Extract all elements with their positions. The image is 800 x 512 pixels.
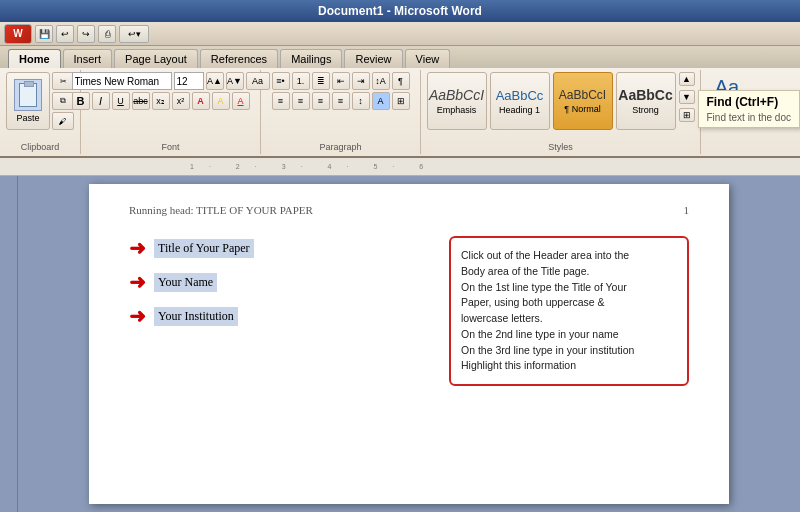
underline-button[interactable]: U [112,92,130,110]
show-hide-button[interactable]: ¶ [392,72,410,90]
instruction-line-2: Body area of the Title page. [461,265,589,277]
styles-group-label: Styles [548,142,573,152]
doc-line-1: ➜ Title of Your Paper [129,236,429,260]
italic-button[interactable]: I [92,92,110,110]
document-page[interactable]: Running head: TITLE OF YOUR PAPER 1 ➜ Ti… [89,184,729,504]
tab-references[interactable]: References [200,49,278,68]
quick-access-toolbar: W 💾 ↩ ↪ ⎙ ↩▾ [0,22,800,46]
heading1-label: Heading 1 [499,105,540,115]
styles-scroll-up-button[interactable]: ▲ [679,72,695,86]
style-emphasis-button[interactable]: AaBbCcI Emphasis [427,72,487,130]
align-center-button[interactable]: ≡ [292,92,310,110]
tab-insert[interactable]: Insert [63,49,113,68]
align-right-button[interactable]: ≡ [312,92,330,110]
font-content: A▲ A▼ Aa B I U abc x₂ x² A A A [72,72,270,152]
main-area: Running head: TITLE OF YOUR PAPER 1 ➜ Ti… [0,176,800,512]
multilevel-list-button[interactable]: ≣ [312,72,330,90]
decrease-font-button[interactable]: A▼ [226,72,244,90]
emphasis-label: Emphasis [437,105,477,115]
normal-preview: AaBbCcI [559,88,606,102]
styles-expand-button[interactable]: ⊞ [679,108,695,122]
highlight-button[interactable]: A [212,92,230,110]
running-head: Running head: TITLE OF YOUR PAPER [129,204,313,216]
justify-button[interactable]: ≡ [332,92,350,110]
strong-label: Strong [632,105,659,115]
normal-label: ¶ Normal [564,104,600,114]
paste-button[interactable]: Paste [6,72,50,130]
align-left-button[interactable]: ≡ [272,92,290,110]
page-number: 1 [684,204,690,216]
institution-text[interactable]: Your Institution [154,307,238,326]
bullets-button[interactable]: ≡• [272,72,290,90]
find-tooltip: Find (Ctrl+F) Find text in the doc [698,90,801,128]
instruction-line-1: Click out of the Header area into the [461,249,629,261]
title-text[interactable]: Title of Your Paper [154,239,254,258]
style-strong-button[interactable]: AaBbCc Strong [616,72,676,130]
instruction-box: Click out of the Header area into the Bo… [449,236,689,386]
borders-button[interactable]: ⊞ [392,92,410,110]
office-button[interactable]: W [4,24,32,44]
undo2-button[interactable]: ↩▾ [119,25,149,43]
tab-home[interactable]: Home [8,49,61,68]
instruction-line-8: Highlight this information [461,359,576,371]
ribbon-tabs: Home Insert Page Layout References Maili… [0,46,800,68]
styles-group: AaBbCcI Emphasis AaBbCc Heading 1 AaBbCc… [421,70,701,154]
paragraph-content: ≡• 1. ≣ ⇤ ⇥ ↕A ¶ ≡ ≡ ≡ ≡ ↕ A ⊞ [272,72,410,152]
clipboard-content: Paste ✂ ⧉ 🖌 [6,72,74,152]
decrease-indent-button[interactable]: ⇤ [332,72,350,90]
paste-label: Paste [16,113,39,123]
instruction-line-5: lowercase letters. [461,312,543,324]
instruction-line-4: Paper, using both uppercase & [461,296,605,308]
emphasis-preview: AaBbCcI [429,87,484,103]
tab-mailings[interactable]: Mailings [280,49,342,68]
para-row-1: ≡• 1. ≣ ⇤ ⇥ ↕A ¶ [272,72,410,90]
numbering-button[interactable]: 1. [292,72,310,90]
clipboard-label: Clipboard [21,142,60,152]
superscript-button[interactable]: x² [172,92,190,110]
bold-button[interactable]: B [72,92,90,110]
heading1-preview: AaBbCc [496,88,544,103]
font-group-label: Font [161,142,179,152]
styles-scroll-buttons: ▲ ▼ ⊞ [679,72,695,136]
style-heading1-button[interactable]: AaBbCc Heading 1 [490,72,550,130]
tab-view[interactable]: View [405,49,451,68]
page-header: Running head: TITLE OF YOUR PAPER 1 [129,204,689,216]
save-button[interactable]: 💾 [35,25,53,43]
text-effects-button[interactable]: A [192,92,210,110]
styles-scroll-down-button[interactable]: ▼ [679,90,695,104]
undo-button[interactable]: ↩ [56,25,74,43]
clipboard-group: Paste ✂ ⧉ 🖌 Clipboard [0,70,81,154]
tooltip-title: Find (Ctrl+F) [707,95,792,109]
tab-page-layout[interactable]: Page Layout [114,49,198,68]
style-normal-button[interactable]: AaBbCcI ¶ Normal [553,72,613,130]
increase-font-button[interactable]: A▲ [206,72,224,90]
shading-button[interactable]: A [372,92,390,110]
doc-content: ➜ Title of Your Paper ➜ Your Name ➜ Your… [129,236,689,386]
instruction-line-3: On the 1st line type the Title of Your [461,281,627,293]
ribbon-body: Paste ✂ ⧉ 🖌 Clipboard A▲ A▼ Aa B I U [0,68,800,158]
doc-line-3: ➜ Your Institution [129,304,429,328]
font-color-button[interactable]: A [232,92,250,110]
increase-indent-button[interactable]: ⇥ [352,72,370,90]
doc-line-2: ➜ Your Name [129,270,429,294]
ruler-marks: 1 · 2 · 3 · 4 · 5 · 6 [190,163,800,170]
redo-button[interactable]: ↪ [77,25,95,43]
arrow-3: ➜ [129,304,146,328]
tab-review[interactable]: Review [344,49,402,68]
paragraph-group: ≡• 1. ≣ ⇤ ⇥ ↕A ¶ ≡ ≡ ≡ ≡ ↕ A ⊞ Paragraph [261,70,421,154]
ruler: 1 · 2 · 3 · 4 · 5 · 6 [0,158,800,176]
strikethrough-button[interactable]: abc [132,92,150,110]
para-row-2: ≡ ≡ ≡ ≡ ↕ A ⊞ [272,92,410,110]
line-spacing-button[interactable]: ↕ [352,92,370,110]
arrow-2: ➜ [129,270,146,294]
paragraph-label: Paragraph [319,142,361,152]
font-name-input[interactable] [72,72,172,90]
document-area[interactable]: Running head: TITLE OF YOUR PAPER 1 ➜ Ti… [18,176,800,512]
sort-button[interactable]: ↕A [372,72,390,90]
font-group: A▲ A▼ Aa B I U abc x₂ x² A A A Font [81,70,261,154]
font-size-input[interactable] [174,72,204,90]
subscript-button[interactable]: x₂ [152,92,170,110]
print-button[interactable]: ⎙ [98,25,116,43]
font-row-2: B I U abc x₂ x² A A A [72,92,250,110]
name-text[interactable]: Your Name [154,273,217,292]
